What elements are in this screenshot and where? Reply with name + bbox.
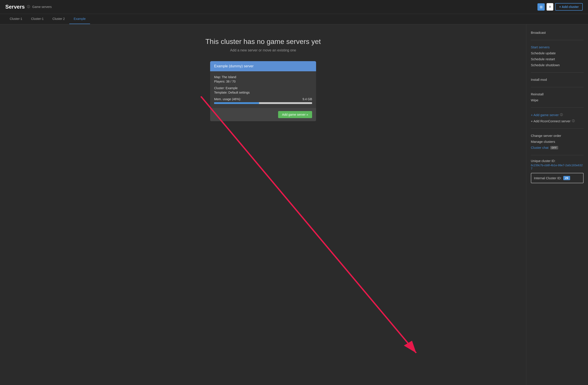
mem-usage-row: Mem. usage (46%): 9.4 GB: [214, 97, 312, 101]
sidebar-divider-2: [531, 72, 584, 73]
sidebar-section-manage: Change server order Manage clusters Clus…: [531, 133, 584, 150]
sidebar-section-mod: Install mod: [531, 77, 584, 83]
server-map: Map: The Island: [214, 75, 312, 79]
server-cluster: Cluster: Example: [214, 86, 312, 90]
sidebar-cluster-chat-row[interactable]: Cluster chat OFF: [531, 145, 584, 150]
sidebar-wipe[interactable]: Wipe: [531, 97, 584, 103]
header-left: Servers ⓘ Game servers: [5, 4, 52, 10]
help-icon[interactable]: ⓘ: [27, 5, 30, 9]
sidebar-section-controls: Start servers Schedule update Schedule r…: [531, 44, 584, 68]
sidebar-start-servers[interactable]: Start servers: [531, 44, 584, 50]
cluster-id-section: Unique cluster ID: 6c239c7b-cb8f-4b1e-99…: [531, 159, 584, 183]
sidebar-cluster-chat: Cluster chat: [531, 146, 548, 150]
header: Servers ⓘ Game servers ⊞ ≡ + Add cluster: [0, 0, 588, 14]
empty-title: This cluster has no game servers yet: [206, 38, 321, 46]
mem-progress-fill: [214, 102, 259, 104]
add-game-server-help-icon[interactable]: ⓘ: [560, 113, 563, 117]
sidebar-manage-clusters[interactable]: Manage clusters: [531, 139, 584, 145]
sidebar-section-add: + Add game server ⓘ + Add RconConnect se…: [531, 112, 584, 124]
sidebar-divider-6: [531, 155, 584, 155]
tab-cluster-2[interactable]: Cluster 2: [48, 14, 69, 24]
server-template: Template: Default settings: [214, 91, 312, 94]
sidebar-install-mod[interactable]: Install mod: [531, 77, 584, 83]
sidebar-schedule-shutdown[interactable]: Schedule shutdown: [531, 62, 584, 68]
tab-cluster-1-second[interactable]: Cluster-1: [27, 14, 48, 24]
grid-view-button[interactable]: ⊞: [537, 3, 545, 11]
server-card-body: Map: The Island Players: 38 / 70 Cluster…: [210, 71, 316, 108]
page-subtitle: Game servers: [32, 5, 52, 9]
content-area: This cluster has no game servers yet Add…: [0, 24, 526, 385]
tab-bar: Cluster-1 Cluster-1 Cluster 2 Example: [0, 14, 588, 24]
mem-value: 9.4 GB: [302, 97, 312, 101]
svg-line-1: [201, 96, 416, 353]
sidebar: Broadcast Start servers Schedule update …: [526, 24, 588, 385]
tab-cluster-1-first[interactable]: Cluster-1: [5, 14, 27, 24]
sidebar-reinstall[interactable]: Reinstall: [531, 91, 584, 97]
add-game-server-row: + Add game server ⓘ: [531, 112, 584, 118]
internal-id-number: 29: [563, 176, 570, 180]
sidebar-section-broadcast: Broadcast: [531, 30, 584, 36]
sidebar-divider-5: [531, 128, 584, 129]
internal-id-box: Internal Cluster ID: 29: [531, 173, 584, 183]
list-view-button[interactable]: ≡: [546, 3, 553, 11]
sidebar-add-game-server[interactable]: + Add game server: [531, 113, 559, 117]
internal-id-label: Internal Cluster ID:: [534, 175, 562, 181]
server-card-footer: Add game server »: [210, 108, 316, 121]
mem-progress-bar: [214, 102, 312, 104]
add-rconconnect-row: + Add RconConnect server ⓘ: [531, 118, 584, 124]
add-rconconnect-help-icon[interactable]: ⓘ: [572, 119, 575, 123]
main-layout: This cluster has no game servers yet Add…: [0, 24, 588, 385]
unique-id-label: Unique cluster ID:: [531, 159, 584, 163]
sidebar-section-reinstall: Reinstall Wipe: [531, 91, 584, 103]
header-right: ⊞ ≡ + Add cluster: [537, 3, 583, 11]
sidebar-divider-1: [531, 40, 584, 40]
server-info-group-2: Cluster: Example Template: Default setti…: [214, 86, 312, 94]
sidebar-add-rconconnect[interactable]: + Add RconConnect server: [531, 119, 570, 123]
page-title: Servers: [5, 4, 25, 10]
sidebar-change-server-order[interactable]: Change server order: [531, 133, 584, 139]
server-players: Players: 38 / 70: [214, 80, 312, 83]
sidebar-schedule-restart[interactable]: Schedule restart: [531, 56, 584, 62]
sidebar-divider-4: [531, 107, 584, 108]
cluster-chat-badge: OFF: [550, 146, 558, 150]
tab-example[interactable]: Example: [69, 14, 90, 24]
add-game-server-button[interactable]: Add game server »: [278, 111, 312, 118]
server-card-header: Example (dummy) server: [210, 61, 316, 71]
unique-id-value[interactable]: 6c239c7b-cb8f-4b1e-99e7-2a0c183e6327: [531, 164, 584, 170]
server-info-group-1: Map: The Island Players: 38 / 70: [214, 75, 312, 83]
dummy-server-card: Example (dummy) server Map: The Island P…: [210, 61, 316, 121]
sidebar-divider-3: [531, 87, 584, 87]
sidebar-broadcast[interactable]: Broadcast: [531, 30, 584, 36]
sidebar-schedule-update[interactable]: Schedule update: [531, 50, 584, 56]
empty-subtitle: Add a new server or move an existing one: [230, 48, 296, 52]
add-cluster-button[interactable]: + Add cluster: [555, 3, 583, 11]
mem-label: Mem. usage (46%):: [214, 97, 241, 101]
